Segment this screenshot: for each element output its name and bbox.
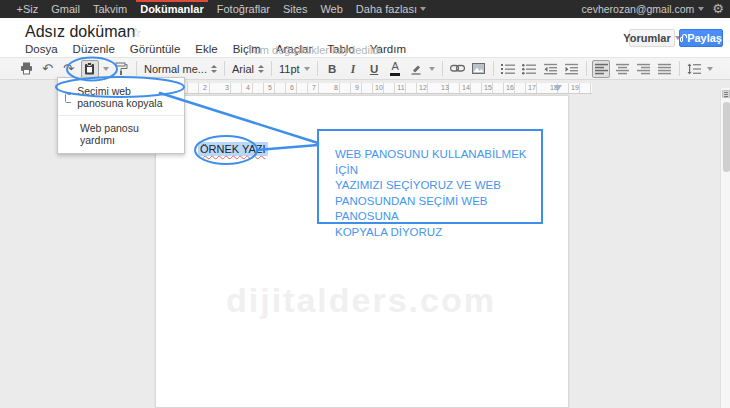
share-label: Paylaş	[687, 32, 722, 44]
topbar-item-web[interactable]: Web	[314, 0, 349, 18]
share-button[interactable]: Paylaş	[679, 29, 723, 47]
callout-line: WEB PANOSUNU KULLANABİLMEK İÇİN	[335, 147, 541, 178]
align-center-button[interactable]	[613, 60, 631, 78]
topbar-item-calendar[interactable]: Takvim	[86, 0, 133, 18]
google-docs-window: +Siz Gmail Takvim Dokümanlar Fotoğraflar…	[0, 0, 730, 408]
line-spacing-dropdown[interactable]	[706, 60, 714, 78]
web-clipboard-dropdown[interactable]	[102, 60, 110, 78]
topbar-item-documents[interactable]: Dokümanlar	[134, 0, 211, 18]
topbar-item-gmail[interactable]: Gmail	[45, 0, 87, 18]
ruler-number: 13	[441, 84, 449, 91]
callout-line: KOPYALA DİYORUZ	[335, 225, 541, 241]
redo-icon: ↷	[63, 62, 74, 75]
doc-header: Adsız doküman ☆ Dosya Düzenle Görüntüle …	[0, 18, 730, 57]
font-dropdown[interactable]: Arial	[229, 63, 267, 75]
numbered-list-icon	[501, 63, 515, 75]
toolbar-separator	[271, 61, 272, 76]
updown-icon	[211, 65, 217, 73]
ruler-number: 4	[246, 84, 250, 91]
updown-icon	[258, 65, 264, 73]
numbered-list-button[interactable]	[499, 60, 517, 78]
print-icon	[20, 62, 33, 75]
menu-item-label: Web panosu yardımı	[80, 122, 176, 146]
callout-line: YAZIMIZI SEÇİYORUZ VE WEB	[335, 178, 541, 194]
paint-format-icon	[115, 62, 128, 75]
topbar-item-sites[interactable]: Sites	[276, 0, 313, 18]
redo-button[interactable]: ↷	[60, 60, 78, 78]
toolbar-separator	[136, 61, 137, 76]
ruler-number: 12	[419, 84, 427, 91]
topbar-item-photos[interactable]: Fotoğraflar	[210, 0, 276, 18]
insert-image-button[interactable]	[469, 60, 487, 78]
undo-button[interactable]: ↶	[39, 60, 57, 78]
ruler-number: 2	[203, 84, 207, 91]
scrollbar-top-icon[interactable]	[722, 90, 730, 98]
underline-icon: U	[370, 63, 378, 75]
italic-icon: I	[351, 63, 355, 75]
align-left-button[interactable]	[592, 60, 610, 78]
insert-link-button[interactable]	[448, 60, 466, 78]
align-right-button[interactable]	[634, 60, 652, 78]
account-email: cevherozan@gmail.com	[582, 3, 695, 15]
line-spacing-button[interactable]	[685, 60, 703, 78]
indent-button[interactable]	[562, 60, 580, 78]
watermark-text: dijitalders.com	[226, 281, 496, 320]
selected-text[interactable]: ÖRNEK YAZI	[198, 142, 268, 156]
topbar-item-plus-you[interactable]: +Siz	[10, 0, 45, 18]
print-button[interactable]	[18, 60, 36, 78]
google-bar: +Siz Gmail Takvim Dokümanlar Fotoğraflar…	[0, 0, 730, 18]
topbar-item-more[interactable]: Daha fazlası	[349, 0, 432, 18]
ruler-number: 5	[268, 84, 272, 91]
outdent-button[interactable]	[541, 60, 559, 78]
underline-button[interactable]: U	[365, 60, 383, 78]
ruler-number: 14	[462, 84, 470, 91]
highlight-icon	[410, 63, 422, 75]
font-size-dropdown[interactable]: 11pt	[276, 63, 313, 75]
menu-item-web-clipboard-help[interactable]: Web panosu yardımı	[58, 119, 184, 149]
menu-separator	[58, 115, 184, 116]
font-value: Arial	[232, 63, 254, 75]
toolbar-separator	[442, 61, 443, 76]
chevron-down-icon	[103, 67, 109, 71]
align-left-icon	[595, 63, 608, 75]
account-menu[interactable]: cevherozan@gmail.com	[582, 3, 705, 15]
styles-value: Normal me...	[144, 63, 207, 75]
gear-icon[interactable]: ⚙	[712, 0, 724, 18]
star-icon[interactable]: ☆	[130, 25, 142, 40]
bulleted-list-button[interactable]	[520, 60, 538, 78]
toolbar-separator	[224, 61, 225, 76]
web-clipboard-button[interactable]	[81, 60, 99, 78]
bold-icon: B	[328, 63, 336, 75]
clipboard-icon	[65, 92, 71, 103]
styles-dropdown[interactable]: Normal me...	[141, 63, 220, 75]
menu-insert[interactable]: Ekle	[195, 43, 217, 55]
bulleted-list-icon	[522, 63, 536, 75]
menu-view[interactable]: Görüntüle	[130, 43, 181, 55]
more-label: Daha fazlası	[356, 3, 417, 15]
comments-button[interactable]: Yorumlar	[629, 29, 675, 47]
italic-button[interactable]: I	[344, 60, 362, 78]
menu-item-copy-to-web-clipboard[interactable]: Seçimi web panosuna kopyala	[58, 82, 184, 112]
menu-file[interactable]: Dosya	[25, 43, 58, 55]
paint-format-button[interactable]	[113, 60, 131, 78]
chevron-down-icon	[429, 67, 435, 71]
undo-icon: ↶	[42, 62, 53, 75]
align-right-icon	[637, 63, 650, 75]
vertical-scrollbar[interactable]	[720, 88, 730, 408]
justify-icon	[658, 63, 671, 75]
menu-edit[interactable]: Düzenle	[73, 43, 115, 55]
ruler-number: 19	[571, 84, 579, 91]
scrollbar-thumb[interactable]	[723, 102, 730, 172]
indent-marker-right[interactable]	[554, 85, 562, 91]
ruler-number: 10	[375, 84, 383, 91]
ruler-number: 7	[312, 84, 316, 91]
highlight-color-button[interactable]	[407, 60, 425, 78]
insert-image-icon	[472, 63, 485, 74]
highlight-dropdown[interactable]	[428, 60, 436, 78]
ruler-number: 6	[290, 84, 294, 91]
indent-icon	[565, 63, 578, 75]
text-color-button[interactable]: A	[386, 60, 404, 78]
justify-button[interactable]	[655, 60, 673, 78]
bold-button[interactable]: B	[323, 60, 341, 78]
document-title[interactable]: Adsız doküman	[25, 23, 135, 41]
